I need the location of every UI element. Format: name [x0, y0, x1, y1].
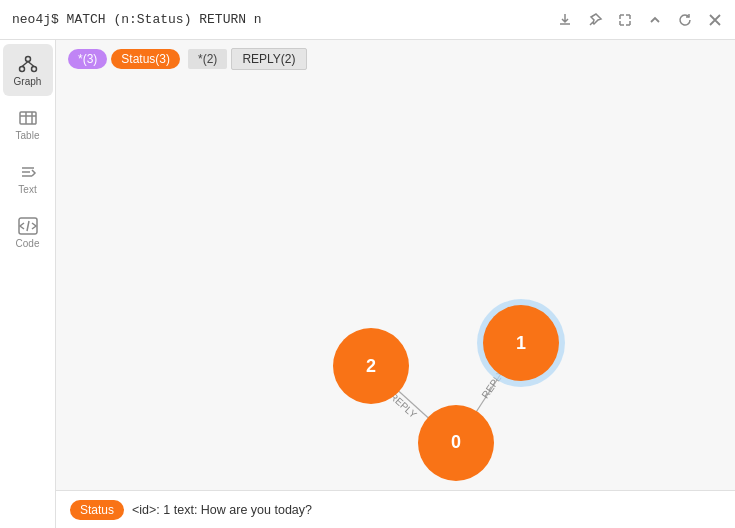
tag-all-rels[interactable]: *(2) — [188, 49, 227, 69]
header: neo4j$ MATCH (n:Status) RETURN n — [0, 0, 735, 40]
expand-icon[interactable] — [617, 12, 633, 28]
node-0[interactable]: 0 — [418, 405, 494, 481]
svg-line-4 — [28, 61, 34, 66]
node-1[interactable]: 1 — [477, 299, 565, 387]
sidebar-item-graph[interactable]: Graph — [3, 44, 53, 96]
content-area: *(3) Status(3) *(2) REPLY(2) REPLY REPLY — [56, 40, 735, 528]
header-toolbar — [557, 12, 723, 28]
sidebar-text-label: Text — [18, 184, 36, 195]
download-icon[interactable] — [557, 12, 573, 28]
main-layout: Graph Table Text Cod — [0, 40, 735, 528]
query-text: neo4j$ MATCH (n:Status) RETURN n — [12, 12, 262, 27]
text-icon — [18, 162, 38, 182]
tag-all-nodes[interactable]: *(3) — [68, 49, 107, 69]
refresh-icon[interactable] — [677, 12, 693, 28]
tag-group-rels: *(2) REPLY(2) — [188, 48, 306, 70]
sidebar-code-label: Code — [16, 238, 40, 249]
status-badge: Status — [70, 500, 124, 520]
graph-icon — [18, 54, 38, 74]
node-2[interactable]: 2 — [333, 328, 409, 404]
svg-text:1: 1 — [516, 333, 526, 353]
graph-svg: REPLY REPLY 0 — [56, 78, 735, 490]
sidebar-item-code[interactable]: Code — [3, 206, 53, 258]
sidebar: Graph Table Text Cod — [0, 40, 56, 528]
close-icon[interactable] — [707, 12, 723, 28]
svg-rect-5 — [20, 112, 36, 124]
code-icon — [18, 216, 38, 236]
svg-point-0 — [25, 56, 30, 61]
sidebar-item-text[interactable]: Text — [3, 152, 53, 204]
graph-canvas[interactable]: REPLY REPLY 0 — [56, 78, 735, 490]
tag-status-nodes[interactable]: Status(3) — [111, 49, 180, 69]
table-icon — [18, 108, 38, 128]
pin-icon[interactable] — [587, 12, 603, 28]
tags-bar: *(3) Status(3) *(2) REPLY(2) — [56, 40, 735, 78]
status-text: <id>: 1 text: How are you today? — [132, 503, 312, 517]
sidebar-graph-label: Graph — [14, 76, 42, 87]
collapse-icon[interactable] — [647, 12, 663, 28]
status-bar: Status <id>: 1 text: How are you today? — [56, 490, 735, 528]
sidebar-table-label: Table — [16, 130, 40, 141]
svg-text:0: 0 — [451, 432, 461, 452]
svg-text:2: 2 — [366, 356, 376, 376]
tag-group-nodes: *(3) Status(3) — [68, 49, 180, 69]
svg-line-3 — [22, 61, 28, 66]
sidebar-item-table[interactable]: Table — [3, 98, 53, 150]
svg-point-2 — [31, 66, 36, 71]
tag-reply-rels[interactable]: REPLY(2) — [231, 48, 306, 70]
svg-point-1 — [19, 66, 24, 71]
